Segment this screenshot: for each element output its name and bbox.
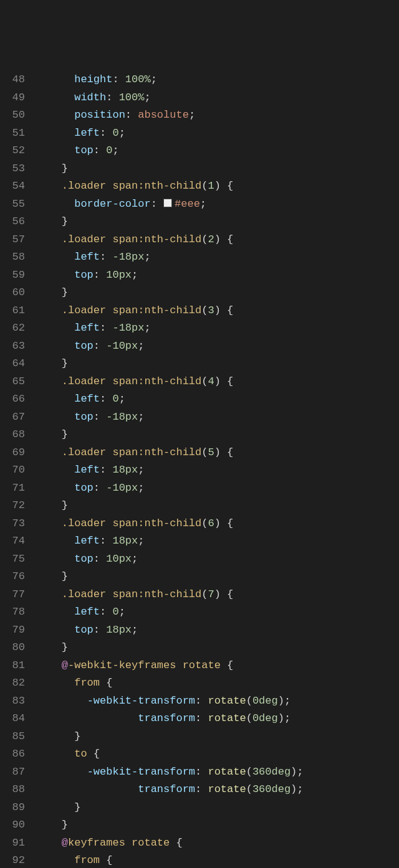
token-punc: [125, 837, 132, 849]
code-area[interactable]: height: 100%; width: 100%; position: abs…: [36, 71, 399, 868]
line-number: 76: [5, 568, 25, 586]
token-punc: (: [201, 446, 208, 458]
code-line[interactable]: left: 18px;: [36, 532, 399, 550]
token-punc: ;: [138, 340, 144, 352]
token-num: -10: [106, 482, 125, 494]
code-editor[interactable]: 4849505152535455565758596061626364656667…: [0, 71, 399, 868]
code-line[interactable]: from {: [36, 674, 399, 692]
token-punc: );: [278, 695, 291, 707]
token-punc: [36, 695, 87, 707]
token-punc: :: [125, 109, 138, 121]
code-line[interactable]: from {: [36, 852, 399, 868]
code-line[interactable]: .loader span:nth-child(4) {: [36, 373, 399, 391]
token-punc: ): [214, 446, 221, 458]
token-sel: rotate: [132, 837, 170, 849]
line-number: 60: [5, 284, 25, 302]
token-prop: height: [74, 73, 112, 85]
token-num: 18: [112, 535, 125, 547]
code-line[interactable]: transform: rotate(360deg);: [36, 781, 399, 799]
line-number: 83: [5, 692, 25, 710]
line-number: 84: [5, 710, 25, 728]
token-punc: }: [36, 428, 68, 440]
token-at: @: [62, 659, 68, 671]
token-num: 0: [106, 144, 112, 156]
code-line[interactable]: top: 10px;: [36, 267, 399, 285]
line-number: 90: [5, 816, 25, 834]
token-punc: :: [195, 712, 208, 724]
code-line[interactable]: border-color: #eee;: [36, 196, 399, 214]
code-line[interactable]: left: 0;: [36, 603, 399, 621]
code-line[interactable]: left: 0;: [36, 390, 399, 408]
token-punc: }: [36, 499, 68, 511]
code-line[interactable]: top: -18px;: [36, 408, 399, 427]
token-punc: {: [221, 659, 233, 671]
code-line[interactable]: @keyframes rotate {: [36, 834, 399, 852]
code-line[interactable]: -webkit-transform: rotate(360deg);: [36, 763, 399, 781]
code-line[interactable]: top: -10px;: [36, 337, 399, 356]
token-num: 0: [112, 127, 118, 139]
line-number: 69: [5, 444, 25, 462]
code-line[interactable]: transform: rotate(0deg);: [36, 710, 399, 728]
code-line[interactable]: }: [36, 639, 399, 657]
code-line[interactable]: top: 0;: [36, 142, 399, 160]
code-line[interactable]: @-webkit-keyframes rotate {: [36, 657, 399, 675]
line-number: 86: [5, 745, 25, 763]
code-line[interactable]: top: 18px;: [36, 621, 399, 639]
token-prop: border-color: [74, 198, 150, 210]
token-num: 2: [208, 234, 214, 245]
token-num: 360: [252, 766, 272, 778]
token-unit: px: [119, 269, 132, 281]
token-punc: ): [214, 180, 221, 192]
code-line[interactable]: left: 0;: [36, 125, 399, 143]
token-punc: {: [87, 748, 100, 760]
code-line[interactable]: }: [36, 213, 399, 231]
token-punc: [36, 73, 74, 85]
code-line[interactable]: }: [36, 160, 399, 178]
line-number: 56: [5, 213, 25, 231]
token-punc: {: [221, 375, 233, 387]
code-line[interactable]: position: absolute;: [36, 106, 399, 125]
code-line[interactable]: top: -10px;: [36, 479, 399, 498]
token-sel: .loader span:nth-child: [62, 180, 201, 192]
token-punc: ;: [119, 606, 125, 618]
code-line[interactable]: }: [36, 728, 399, 746]
line-number: 78: [5, 603, 25, 621]
code-line[interactable]: .loader span:nth-child(1) {: [36, 177, 399, 196]
code-line[interactable]: }: [36, 799, 399, 817]
token-fn: rotate: [208, 695, 246, 707]
code-line[interactable]: }: [36, 426, 399, 444]
code-line[interactable]: -webkit-transform: rotate(0deg);: [36, 692, 399, 710]
token-punc: [36, 109, 74, 121]
token-num: -10: [106, 340, 125, 352]
code-line[interactable]: .loader span:nth-child(6) {: [36, 515, 399, 533]
code-line[interactable]: height: 100%;: [36, 71, 399, 89]
token-punc: ;: [119, 393, 125, 405]
code-line[interactable]: left: -18px;: [36, 319, 399, 337]
code-line[interactable]: .loader span:nth-child(3) {: [36, 302, 399, 320]
token-punc: (: [201, 304, 208, 316]
line-number-gutter: 4849505152535455565758596061626364656667…: [0, 71, 36, 868]
code-line[interactable]: left: 18px;: [36, 461, 399, 479]
line-number: 80: [5, 639, 25, 657]
code-line[interactable]: }: [36, 284, 399, 302]
token-num: 5: [208, 446, 214, 458]
code-line[interactable]: top: 10px;: [36, 550, 399, 568]
code-line[interactable]: }: [36, 568, 399, 586]
code-line[interactable]: }: [36, 355, 399, 373]
code-line[interactable]: }: [36, 497, 399, 515]
token-punc: }: [36, 357, 68, 369]
code-line[interactable]: to {: [36, 745, 399, 763]
code-line[interactable]: .loader span:nth-child(5) {: [36, 444, 399, 462]
token-punc: ;: [138, 411, 144, 423]
code-line[interactable]: .loader span:nth-child(2) {: [36, 231, 399, 249]
token-punc: [36, 411, 74, 423]
color-swatch-icon: [163, 199, 172, 207]
code-line[interactable]: left: -18px;: [36, 248, 399, 267]
token-punc: ;: [189, 109, 195, 121]
code-line[interactable]: }: [36, 816, 399, 834]
code-line[interactable]: width: 100%;: [36, 89, 399, 107]
token-punc: {: [221, 180, 233, 192]
token-fn: rotate: [208, 783, 246, 795]
code-line[interactable]: .loader span:nth-child(7) {: [36, 586, 399, 604]
token-punc: :: [100, 535, 112, 547]
